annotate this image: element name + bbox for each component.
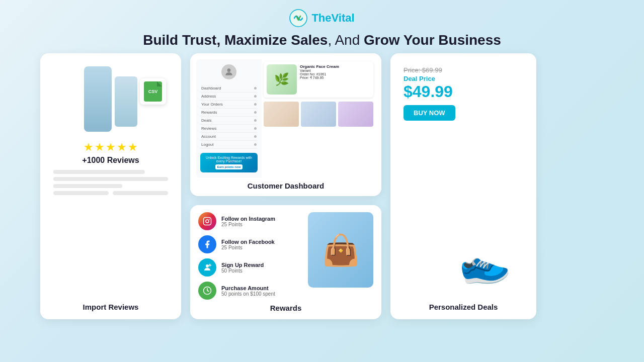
shoe-image: 👟 [438, 228, 528, 299]
reward-item-signup: Sign Up Reward 50 Points [198, 258, 302, 277]
dash-promo-text: Unlock Exciting Rewards with every Purch… [206, 156, 252, 163]
deal-price-value: $49.99 [404, 82, 453, 101]
instagram-icon [203, 217, 212, 226]
star-2: ★ [95, 141, 105, 154]
review-lines [48, 170, 173, 198]
dash-product-variant: Variant [300, 69, 339, 72]
reward-item-facebook: Follow on Facebook 25 Points [198, 235, 302, 253]
purchase-reward-text: Purchase Amount 50 points on $100 spent [221, 285, 275, 297]
deals-inner: Price: $69.99 Deal Price $49.99 BUY NOW [398, 61, 528, 238]
csv-badge: CSV [140, 78, 166, 105]
purchase-reward-pts: 50 points on $100 spent [221, 291, 275, 297]
rewards-list: Follow on Instagram 25 Points Follow on … [198, 212, 302, 300]
svg-point-3 [206, 220, 209, 223]
plant-emoji: 🌿 [267, 64, 297, 95]
logo-row: TheVital [289, 9, 354, 27]
logo-vital: Vital [332, 12, 355, 24]
dash-menu-account: Account [200, 133, 258, 141]
svg-point-4 [209, 219, 210, 220]
review-line-small-1 [53, 191, 109, 195]
star-1: ★ [84, 141, 94, 154]
signup-reward-pts: 50 Points [221, 268, 264, 274]
csv-icon: CSV [144, 81, 162, 102]
star-4: ★ [117, 141, 127, 154]
purchase-reward-title: Purchase Amount [221, 285, 275, 291]
dash-menu-deals: Deals [200, 117, 258, 125]
rewards-card: Follow on Instagram 25 Points Follow on … [190, 205, 381, 319]
dash-menu-reviews: Reviews [200, 125, 258, 133]
import-reviews-card: CSV ★ ★ ★ ★ ★ +1000 Reviews Import Revie… [40, 53, 181, 319]
facebook-reward-pts: 25 Points [221, 245, 275, 250]
signup-icon [203, 263, 212, 272]
dashboard-inner: Dashboard Address Your Orders Rewards De… [196, 59, 375, 177]
personalized-deals-card: Price: $69.99 Deal Price $49.99 BUY NOW … [390, 53, 536, 319]
dash-grid-img-1 [264, 102, 299, 127]
dash-grid-img-3 [338, 102, 373, 127]
signup-icon-wrap [198, 258, 216, 277]
product-image-2 [115, 76, 137, 127]
instagram-reward-text: Follow on Instagram 25 Points [221, 216, 275, 227]
star-5: ★ [128, 141, 138, 154]
dash-product-card: 🌿 Organic Face Cream Variant Order No: #… [264, 61, 373, 98]
facebook-icon [203, 240, 212, 249]
signup-reward-title: Sign Up Reward [221, 262, 264, 268]
purchase-icon [203, 286, 212, 295]
header: TheVital Build Trust, Maximize Sales, An… [143, 0, 501, 48]
stars-row: ★ ★ ★ ★ ★ [84, 141, 138, 154]
svg-rect-2 [204, 218, 211, 225]
reward-item-purchase: Purchase Amount 50 points on $100 spent [198, 282, 302, 300]
price-original: Price: $69.99 [404, 66, 442, 74]
rewards-label: Rewards [198, 304, 373, 312]
reviews-count: +1000 Reviews [82, 156, 139, 165]
bag-visual: 👜 [308, 212, 373, 288]
facebook-reward-text: Follow on Facebook 25 Points [221, 239, 275, 250]
deal-price-label: Deal Price [404, 75, 435, 82]
dash-product-order: Order No: #1061 [300, 72, 339, 76]
dash-grid-img-2 [301, 102, 336, 127]
signup-reward-text: Sign Up Reward 50 Points [221, 262, 264, 274]
instagram-reward-title: Follow on Instagram [221, 216, 275, 222]
product-images [84, 66, 137, 132]
price-prefix: Price: [404, 66, 422, 74]
headline: Build Trust, Maximize Sales, And Grow Yo… [143, 32, 501, 48]
buy-now-button[interactable]: BUY NOW [404, 105, 455, 121]
customer-dashboard-card: Dashboard Address Your Orders Rewards De… [190, 53, 381, 196]
dashboard-avatar [221, 64, 236, 79]
review-line-small-2 [113, 191, 168, 195]
dash-promo: Unlock Exciting Rewards with every Purch… [200, 153, 258, 172]
reward-item-instagram: Follow on Instagram 25 Points [198, 212, 302, 230]
dashboard-label: Customer Dashboard [196, 182, 375, 190]
star-3: ★ [106, 141, 116, 154]
instagram-reward-pts: 25 Points [221, 222, 275, 227]
product-image-1 [84, 66, 112, 132]
import-reviews-label: Import Reviews [83, 297, 139, 311]
price-original-value: $69.99 [422, 66, 442, 74]
facebook-reward-title: Follow on Facebook [221, 239, 275, 245]
dash-menu-dashboard: Dashboard [200, 84, 258, 93]
review-line-1 [53, 170, 145, 174]
purchase-icon-wrap [198, 282, 216, 300]
bag-image: 👜 [308, 212, 373, 288]
review-line-3 [53, 184, 122, 188]
facebook-icon-wrap [198, 235, 216, 253]
svg-point-5 [206, 264, 209, 267]
dash-grid-images [262, 100, 375, 129]
dash-menu-address: Address [200, 93, 258, 101]
dash-menu-orders: Your Orders [200, 101, 258, 109]
dash-promo-btn[interactable]: Earn points now [215, 164, 243, 169]
review-line-row [53, 191, 168, 195]
logo-text: TheVital [311, 12, 354, 25]
shoe-visual: 👟 [430, 218, 536, 309]
main-grid: CSV ★ ★ ★ ★ ★ +1000 Reviews Import Revie… [20, 53, 624, 319]
rewards-inner: Follow on Instagram 25 Points Follow on … [198, 212, 373, 300]
review-line-2 [53, 177, 168, 181]
headline-part1: Build Trust, [143, 32, 224, 48]
headline-part2: , And [328, 32, 364, 48]
avatar-icon [224, 67, 234, 77]
headline-bold1: Maximize Sales [224, 32, 328, 48]
dashboard-content: 🌿 Organic Face Cream Variant Order No: #… [262, 59, 375, 177]
dash-menu-logout: Logout [200, 141, 258, 149]
svg-point-1 [227, 68, 231, 72]
logo-the: The [311, 12, 331, 24]
dash-product-price: Price: ₹ 749.95 [300, 76, 339, 80]
